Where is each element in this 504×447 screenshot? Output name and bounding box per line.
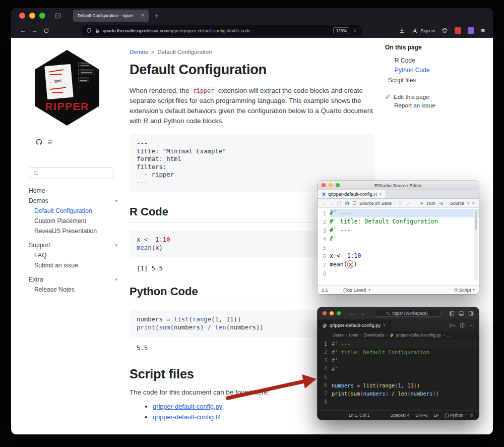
vscode-breadcrumb[interactable]: Users› ronin› Downloads› qripper-default… — [318, 331, 479, 339]
address-bar[interactable]: quarto.thecoatlessprofessor.com/ripper/q… — [81, 25, 362, 36]
search-input[interactable] — [42, 170, 109, 176]
rstudio-file-tab[interactable]: R qripper-default-config.R × — [318, 190, 386, 198]
scope-selector[interactable]: (Top Level) — [343, 288, 366, 293]
extension-purple-icon[interactable] — [468, 27, 474, 34]
rerun-icon[interactable] — [438, 201, 444, 206]
reload-button[interactable] — [40, 28, 52, 34]
run-icon[interactable] — [419, 201, 424, 206]
eol-setting[interactable]: LF — [434, 413, 439, 418]
script-link-r[interactable]: qripper-default-config.R — [153, 413, 220, 421]
run-python-file-icon[interactable]: ▷▾ — [450, 322, 455, 328]
toc-item-script-files[interactable]: Script files — [385, 75, 486, 85]
tab-close-icon[interactable]: × — [383, 323, 386, 328]
document-outline-icon[interactable]: ≡ — [472, 201, 475, 206]
back-button[interactable]: ← — [17, 27, 29, 34]
rstudio-editor[interactable]: 1#' ---2#' title: Default Configuration3… — [318, 208, 479, 285]
website-list-icon[interactable] — [47, 139, 53, 145]
sidebar-item-demos[interactable]: Demos▾ — [29, 196, 120, 205]
tab-close-icon[interactable]: × — [141, 13, 144, 18]
file-type-selector[interactable]: R Script — [454, 288, 471, 293]
vscode-file-tab[interactable]: qripper-default-config.py × — [318, 319, 391, 331]
zoom-window-button[interactable] — [39, 13, 45, 19]
edit-this-page-link[interactable]: Edit this page — [385, 92, 486, 101]
toc-item-r-code[interactable]: R Code — [385, 55, 486, 66]
source-forward-icon[interactable]: → — [329, 201, 334, 206]
report-issue-link[interactable]: Report an iss​ue — [385, 101, 486, 109]
close-window-button[interactable] — [323, 311, 327, 315]
close-window-button[interactable] — [19, 13, 25, 19]
sidebar-item-home[interactable]: Home — [29, 186, 120, 195]
more-actions-icon[interactable]: ⋯ — [469, 322, 474, 328]
search-box[interactable] — [29, 167, 113, 179]
signin-button[interactable]: Sign in — [412, 28, 435, 34]
forward-icon[interactable]: → — [360, 311, 365, 316]
zoom-window-button[interactable] — [336, 183, 340, 187]
minimize-window-button[interactable] — [330, 311, 334, 315]
indentation-setting[interactable]: Spaces: 4 — [391, 413, 410, 418]
cursor-position[interactable]: Ln 1, Col 1 — [349, 413, 369, 418]
github-icon[interactable] — [36, 139, 42, 145]
sidebar-item-default-configuration[interactable]: Default Configuration — [29, 206, 120, 215]
firefox-view-icon[interactable] — [54, 13, 61, 19]
sidebar-item-extra[interactable]: Extra▾ — [29, 274, 120, 284]
toggle-secondary-sidebar-icon[interactable] — [468, 311, 474, 316]
sidebar-item-faq[interactable]: FAQ — [29, 250, 120, 260]
rstudio-tab-bar: R qripper-default-config.R × — [318, 190, 479, 199]
source-back-icon[interactable]: ← — [322, 201, 326, 206]
browser-tab[interactable]: Default Configuration – ripper × — [73, 10, 149, 22]
editor-line: 7mean(x) — [318, 260, 479, 269]
extension-red-icon[interactable] — [455, 27, 461, 34]
run-label[interactable]: Run — [427, 201, 435, 206]
chevron-down-icon[interactable]: ▾ — [115, 243, 120, 248]
chevron-down-icon[interactable]: ▾ — [115, 198, 120, 203]
extensions-puzzle-icon[interactable] — [442, 27, 448, 34]
forward-button[interactable]: → — [29, 27, 40, 34]
feedback-smiley-icon[interactable]: ☺ — [469, 413, 474, 418]
sidebar-item-label: Extra — [29, 276, 43, 283]
new-tab-button[interactable]: + — [155, 12, 159, 20]
code-line: title: "Minimal Example" — [137, 148, 367, 156]
tab-close-icon[interactable]: × — [379, 192, 382, 197]
split-editor-icon[interactable]: ◫ — [460, 322, 465, 328]
back-icon[interactable]: ← — [350, 311, 355, 316]
vscode-editor[interactable]: 1#' ---2#' title: Default Configuration3… — [318, 339, 479, 410]
toggle-sidebar-icon[interactable] — [449, 311, 455, 316]
editor-line: 6numbers = list(range(1, 11)) — [318, 381, 479, 390]
shield-icon[interactable] — [86, 28, 92, 33]
popout-window-icon[interactable] — [337, 201, 342, 206]
sidebar-item-revealjs-presentation[interactable]: RevealJS Presentation — [29, 226, 120, 236]
close-window-button[interactable] — [322, 183, 326, 187]
breadcrumb-segment[interactable]: Users — [333, 332, 344, 338]
sidebar-item-custom-placement[interactable]: Custom Placement — [29, 216, 120, 226]
sidebar-item-support[interactable]: Support▾ — [29, 240, 120, 250]
find-icon[interactable] — [398, 201, 403, 206]
toc-item-python-code[interactable]: Python Code — [385, 66, 486, 76]
save-icon[interactable] — [345, 201, 350, 206]
scrollbar[interactable] — [474, 210, 478, 281]
zoom-badge[interactable]: 120% — [333, 27, 349, 34]
encoding-setting[interactable]: UTF-8 — [415, 413, 427, 418]
breadcrumb-symbol[interactable]: … — [447, 332, 451, 338]
vscode-command-center[interactable]: ripper (Workspace) — [374, 310, 440, 317]
script-link-py[interactable]: qripper-default-config.py — [153, 403, 222, 410]
sidebar-item-release-notes[interactable]: Release Notes — [29, 285, 120, 294]
bookmark-star-icon[interactable]: ☆ — [352, 27, 357, 34]
breadcrumb-link[interactable]: Demos — [130, 49, 148, 55]
chevron-down-icon[interactable]: ▾ — [467, 201, 469, 205]
minimize-window-button[interactable] — [329, 183, 333, 187]
code-tools-wand-icon[interactable] — [406, 201, 411, 206]
source-on-save-checkbox[interactable] — [353, 201, 356, 205]
chevron-down-icon[interactable]: ▾ — [115, 277, 120, 282]
breadcrumb-segment[interactable]: ronin — [349, 332, 358, 338]
breadcrumb-file[interactable]: qripper-default-config.py — [396, 332, 440, 338]
language-mode[interactable]: { } Python — [445, 413, 463, 418]
download-icon[interactable] — [399, 27, 405, 34]
ripper-logo[interactable]: . qmd RIPPER — [35, 50, 99, 126]
zoom-window-button[interactable] — [337, 311, 341, 315]
toggle-panel-icon[interactable] — [459, 311, 464, 316]
hamburger-menu-icon[interactable]: ≡ — [481, 27, 485, 34]
sidebar-item-submit-an-issue[interactable]: Submit an issue — [29, 260, 120, 270]
breadcrumb-segment[interactable]: Downloads — [364, 332, 385, 338]
minimize-window-button[interactable] — [29, 13, 35, 19]
source-button-label[interactable]: Source — [450, 201, 465, 206]
